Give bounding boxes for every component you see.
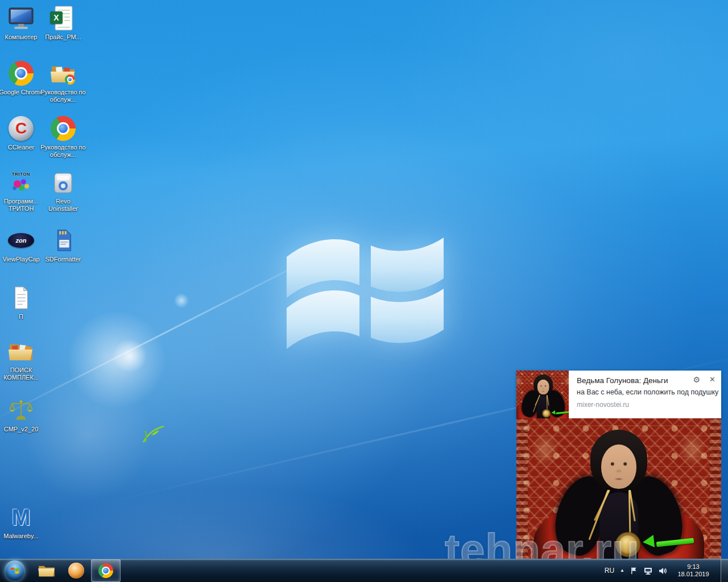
desktop-icon-label: Прайс_РМ... bbox=[45, 34, 81, 41]
desktop-icon-label: П bbox=[19, 313, 23, 321]
woman-face bbox=[601, 444, 636, 489]
desktop-icon-label: Компьютер bbox=[5, 34, 38, 41]
triton-icon: TRITON bbox=[7, 169, 35, 196]
chrome-icon bbox=[98, 563, 113, 578]
volume-icon[interactable] bbox=[659, 567, 667, 575]
plant-decoration bbox=[140, 419, 167, 444]
taskbar: RU ▲ 9:13 18.01.2019 bbox=[0, 559, 728, 582]
desktop-icon-label: ПОИСК КОМПЛЕК... bbox=[0, 367, 44, 381]
folder-icon bbox=[49, 60, 77, 87]
desktop-icon-sdformatter[interactable]: SDFormatter bbox=[38, 227, 89, 263]
sd-card-icon bbox=[49, 227, 77, 254]
close-icon[interactable]: ✕ bbox=[709, 375, 715, 384]
viewplaycap-icon: zon bbox=[7, 227, 35, 254]
windows-flag-icon bbox=[9, 565, 20, 576]
excel-file-icon: X bbox=[49, 5, 77, 32]
desktop-icon-label: SDFormatter bbox=[46, 256, 81, 263]
folder-search-icon bbox=[7, 338, 35, 365]
clock[interactable]: 9:13 18.01.2019 bbox=[673, 563, 714, 578]
popup-source-link[interactable]: mixer-novostei.ru bbox=[577, 401, 713, 409]
amulet bbox=[615, 532, 640, 557]
desktop-icon-manual-folder[interactable]: Руководство по обслуж... bbox=[38, 60, 89, 103]
desktop-icon-label: Руководство по обслуж... bbox=[40, 89, 86, 103]
media-app-taskbar-button[interactable] bbox=[61, 559, 91, 582]
popup-body: на Вас с неба, если положить под подушку bbox=[577, 388, 713, 396]
document-icon bbox=[7, 284, 35, 311]
tray-time: 9:13 bbox=[673, 563, 714, 571]
desktop-icon-label: CMP_v2_20 bbox=[4, 426, 39, 433]
desktop-icon-label: Malwareby... bbox=[3, 533, 39, 540]
malwarebytes-icon: M bbox=[7, 504, 35, 531]
popup-thumbnail[interactable] bbox=[516, 371, 569, 418]
popup-controls: ⚙ ✕ bbox=[693, 375, 715, 384]
desktop-icon-label: Revo Uninstaller bbox=[40, 198, 86, 213]
desktop-icon-poisk-komplekt[interactable]: ПОИСК КОМПЛЕК... bbox=[0, 338, 47, 381]
media-app-icon bbox=[68, 563, 84, 579]
folder-icon bbox=[38, 564, 55, 577]
chrome-icon bbox=[49, 115, 77, 142]
start-button[interactable] bbox=[5, 560, 25, 581]
desktop-icon-manual-chrome[interactable]: Руководство по обслуж... bbox=[38, 115, 89, 159]
desktop-icon-excel-price[interactable]: X Прайс_РМ... bbox=[38, 5, 89, 41]
desktop-icon-malwarebytes[interactable]: M Malwareby... bbox=[0, 504, 47, 540]
ad-scene bbox=[516, 418, 721, 559]
revo-uninstaller-icon bbox=[49, 169, 77, 196]
ad-image[interactable] bbox=[516, 418, 721, 559]
tray-date: 18.01.2019 bbox=[673, 571, 714, 578]
lens-flare bbox=[113, 339, 147, 373]
desktop-icon-label: CCleaner bbox=[8, 144, 34, 151]
network-icon[interactable] bbox=[644, 567, 653, 575]
settings-gear-icon[interactable]: ⚙ bbox=[693, 375, 701, 384]
lens-flare bbox=[174, 293, 189, 308]
windows-logo bbox=[280, 211, 450, 364]
thumbnail-scene bbox=[516, 371, 569, 418]
desktop-icon-document[interactable]: П bbox=[0, 284, 47, 321]
system-tray: RU ▲ 9:13 18.01.2019 bbox=[600, 559, 728, 582]
chrome-icon bbox=[7, 60, 35, 87]
action-center-flag-icon[interactable] bbox=[630, 567, 638, 575]
desktop-icon-label: ViewPlayCap bbox=[2, 256, 39, 263]
desktop-icon-label: Руководство по обслуж... bbox=[40, 144, 86, 159]
notification-popup: Ведьма Голунова: Деньги на Вас с неба, е… bbox=[516, 371, 721, 418]
computer-icon bbox=[7, 5, 35, 32]
scales-icon bbox=[7, 397, 35, 424]
chrome-taskbar-button[interactable] bbox=[91, 559, 121, 582]
desktop-icon-cmp[interactable]: CMP_v2_20 bbox=[0, 397, 47, 433]
ccleaner-icon: C bbox=[7, 115, 35, 142]
desktop-icon-revo-uninstaller[interactable]: Revo Uninstaller bbox=[38, 169, 89, 213]
hidden-icons-button[interactable]: ▲ bbox=[620, 568, 624, 573]
explorer-taskbar-button[interactable] bbox=[32, 559, 61, 582]
show-desktop-button[interactable] bbox=[721, 559, 728, 582]
desktop-icon-label: Google Chrome bbox=[0, 89, 43, 96]
language-indicator[interactable]: RU bbox=[605, 567, 614, 575]
